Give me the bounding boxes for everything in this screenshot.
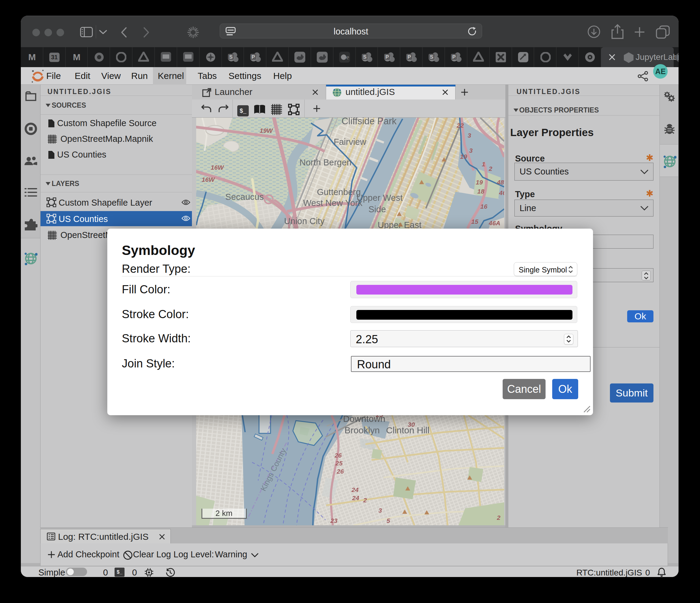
svg-text:Cliffside Park: Cliffside Park: [342, 118, 397, 126]
svg-text:2: 2: [363, 497, 367, 504]
svg-text:West New York: West New York: [303, 198, 363, 208]
svg-text:Union City: Union City: [284, 216, 325, 226]
svg-text:3: 3: [378, 507, 382, 514]
svg-text:3: 3: [469, 147, 473, 154]
svg-text:Brooklyn: Brooklyn: [345, 425, 380, 435]
svg-text:3: 3: [468, 132, 471, 139]
svg-text:P: P: [452, 54, 455, 60]
svg-text:48: 48: [497, 179, 504, 186]
svg-text:Side: Side: [369, 204, 386, 214]
svg-text:18: 18: [477, 188, 484, 195]
svg-text:46A: 46A: [489, 220, 501, 226]
svg-text:26: 26: [336, 468, 344, 475]
svg-text:19: 19: [476, 179, 483, 186]
svg-text:26: 26: [334, 452, 342, 459]
svg-text:23: 23: [330, 517, 338, 524]
svg-text:P: P: [251, 54, 255, 60]
svg-text:S: S: [229, 54, 232, 60]
svg-text:30: 30: [408, 421, 415, 428]
svg-text:5: 5: [386, 517, 390, 524]
svg-text:1: 1: [482, 161, 485, 168]
svg-text:North Bergen: North Bergen: [300, 158, 352, 167]
svg-text:S: S: [363, 54, 366, 60]
svg-text:S: S: [430, 54, 433, 60]
svg-text:25: 25: [335, 460, 343, 466]
svg-text:Guttenberg: Guttenberg: [317, 187, 360, 197]
svg-text:2: 2: [497, 514, 501, 521]
svg-text:24: 24: [352, 495, 359, 501]
svg-text:22: 22: [456, 122, 464, 129]
svg-text:16W: 16W: [202, 176, 215, 183]
svg-text:19: 19: [460, 153, 467, 160]
svg-text:15: 15: [471, 218, 478, 225]
svg-text:Fairview: Fairview: [334, 137, 367, 147]
svg-text:Upper West: Upper West: [357, 193, 403, 202]
svg-text:19W: 19W: [260, 127, 273, 134]
svg-text:46: 46: [499, 189, 504, 196]
svg-text:e: e: [346, 54, 349, 61]
svg-text:P: P: [677, 53, 678, 62]
svg-text:2: 2: [489, 165, 492, 172]
svg-text:24: 24: [351, 486, 359, 493]
svg-text:16W: 16W: [211, 164, 224, 171]
svg-text:Secaucus: Secaucus: [225, 192, 264, 202]
svg-text:P: P: [385, 54, 389, 60]
svg-text:P: P: [408, 54, 411, 60]
svg-text:2 km: 2 km: [216, 509, 232, 518]
svg-text:16: 16: [480, 203, 488, 210]
